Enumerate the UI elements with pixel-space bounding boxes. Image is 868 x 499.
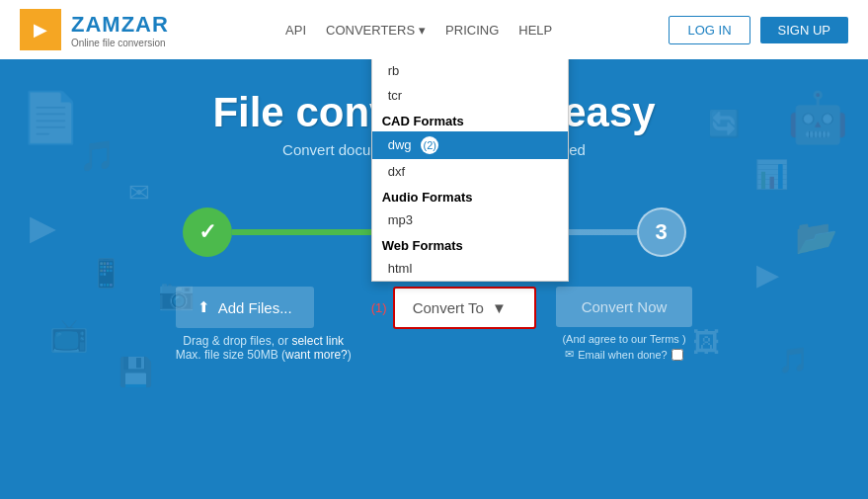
- convert-now-area: Convert Now (And agree to our Terms ) ✉ …: [556, 287, 693, 361]
- nav-pricing[interactable]: PRICING: [445, 23, 499, 38]
- dropdown-item[interactable]: dwg (2): [372, 131, 568, 159]
- drag-text: Drag & drop files, or select link Max. f…: [176, 334, 352, 362]
- signup-button[interactable]: SIGN UP: [760, 17, 848, 43]
- select-link[interactable]: select link: [291, 334, 344, 348]
- dropdown-arrow-icon: ▼: [492, 299, 507, 316]
- step1-circle: ✓: [183, 208, 232, 257]
- nav-converters[interactable]: CONVERTERS ▾: [326, 23, 426, 38]
- step1-label: (1): [371, 300, 387, 315]
- dropdown-item[interactable]: html: [372, 256, 568, 281]
- add-files-area: ⬆ Add Files... Drag & drop files, or sel…: [176, 287, 352, 362]
- convert-to-label: Convert To: [413, 299, 484, 316]
- dropdown-item[interactable]: mp3: [372, 208, 568, 232]
- dropdown-item[interactable]: dxf: [372, 159, 568, 184]
- email-checkbox[interactable]: [671, 349, 683, 361]
- logo-text: ZAMZAR Online file conversion: [71, 12, 169, 48]
- convert-to-container: thumbnaileBook Formatslitlrfmobiepubfb2o…: [371, 287, 536, 329]
- dropdown-item[interactable]: rb: [372, 58, 568, 83]
- add-files-button[interactable]: ⬆ Add Files...: [176, 287, 314, 328]
- step3-label: 3: [655, 219, 667, 245]
- want-more-link[interactable]: want more?: [285, 348, 348, 362]
- action-area: ⬆ Add Files... Drag & drop files, or sel…: [0, 287, 868, 362]
- header-buttons: LOG IN SIGN UP: [669, 16, 848, 44]
- login-button[interactable]: LOG IN: [669, 16, 750, 44]
- email-text: ✉ Email when done?: [556, 348, 693, 361]
- header: ZAMZAR Online file conversion API CONVER…: [0, 0, 868, 59]
- logo-title: ZAMZAR: [71, 12, 169, 38]
- email-icon: ✉: [565, 348, 574, 361]
- dropdown-group-header: CAD Formats: [372, 108, 568, 131]
- convert-to-button[interactable]: Convert To ▼: [393, 287, 536, 329]
- terms-link[interactable]: Terms: [650, 333, 679, 345]
- checkmark-icon: ✓: [198, 219, 216, 245]
- header-nav: API CONVERTERS ▾ PRICING HELP: [285, 23, 552, 38]
- nav-api[interactable]: API: [285, 23, 306, 38]
- logo-subtitle: Online file conversion: [71, 38, 169, 48]
- logo-area: ZAMZAR Online file conversion: [20, 9, 169, 50]
- upload-icon: ⬆: [197, 298, 210, 316]
- nav-help[interactable]: HELP: [518, 23, 552, 38]
- dropdown-group-header: Audio Formats: [372, 184, 568, 208]
- logo-icon: [20, 9, 61, 50]
- dropdown-group-header: Web Formats: [372, 232, 568, 256]
- dropdown-item[interactable]: tcr: [372, 83, 568, 108]
- convert-now-button[interactable]: Convert Now: [556, 287, 693, 327]
- chevron-down-icon: ▾: [419, 23, 426, 38]
- terms-text: (And agree to our Terms ): [556, 333, 693, 345]
- step3-circle: 3: [637, 208, 686, 257]
